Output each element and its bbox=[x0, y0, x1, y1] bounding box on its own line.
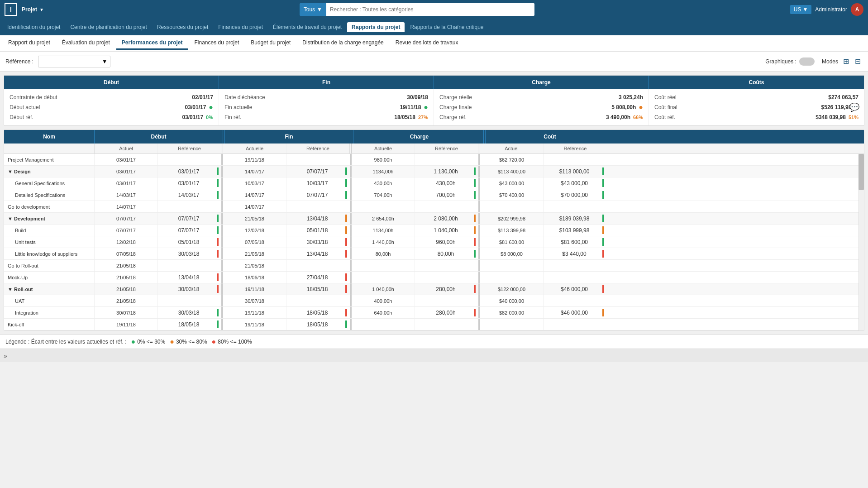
table-row[interactable]: ▼ Development 07/07/17 07/07/17 21/05/18… bbox=[4, 213, 864, 225]
tab-distribution[interactable]: Distribution de la charge engagée bbox=[297, 37, 389, 50]
toolbar: Référence : ▼ Graphiques : Modes ⊞ ⊟ bbox=[0, 52, 868, 72]
bar-cout bbox=[602, 250, 604, 258]
search-input[interactable] bbox=[326, 3, 534, 16]
summary-header-debut: Début bbox=[4, 76, 219, 89]
top-bar: I Projet ▼ Tous ▼ US ▼ Administrator A bbox=[0, 0, 868, 19]
table-row[interactable]: ▼ Roll-out 21/05/18 30/03/18 19/11/18 18… bbox=[4, 283, 864, 295]
table-row[interactable]: Build 07/07/17 07/07/17 12/02/18 05/01/1… bbox=[4, 225, 864, 236]
scroll-thumb[interactable] bbox=[858, 154, 864, 190]
summary-row-cout-reel: Coût réel $274 063,57 bbox=[654, 93, 858, 102]
nav-item-elements[interactable]: Éléments de travail du projet bbox=[268, 22, 346, 32]
main-nav: Identification du projet Centre de plani… bbox=[0, 19, 868, 35]
nav-item-planification[interactable]: Centre de planification du projet bbox=[66, 22, 151, 32]
badge-charge-finale: ● bbox=[639, 103, 643, 111]
legend-green: ● 0% <= 30% bbox=[131, 338, 165, 346]
row-cout-ref-cell: $70 000,00 bbox=[544, 189, 607, 201]
graphiques-toggle[interactable] bbox=[799, 57, 815, 66]
table-row[interactable]: General Specifications 03/01/17 03/01/17… bbox=[4, 177, 864, 189]
tab-finances[interactable]: Finances du projet bbox=[189, 37, 245, 50]
row-cout-actuel: $82 000,00 bbox=[480, 307, 544, 318]
scroll-track[interactable] bbox=[858, 154, 864, 330]
row-debut-actuel: 14/07/17 bbox=[95, 201, 158, 212]
bar-debut bbox=[217, 238, 219, 246]
label-debut-actuel: Début actuel bbox=[10, 104, 40, 110]
mode-grid-icon[interactable]: ⊞ bbox=[841, 57, 851, 67]
graphiques-toggle-wrap: Graphiques : bbox=[765, 57, 815, 66]
row-charge-ref-cell: 430,00h bbox=[415, 177, 478, 189]
summary-row-debut-actuel: Début actuel 03/01/17 ● bbox=[10, 102, 213, 113]
val-echeance: 30/09/18 bbox=[407, 94, 428, 100]
nav-item-chaine[interactable]: Rapports de la Chaîne critique bbox=[405, 22, 488, 32]
row-debut-actuel: 07/05/18 bbox=[95, 248, 158, 259]
locale-button[interactable]: US ▼ bbox=[790, 5, 812, 14]
bar-fin bbox=[345, 262, 347, 269]
table-row[interactable]: Detailed Specifications 14/03/17 14/03/1… bbox=[4, 189, 864, 201]
val-debut-ref: 03/01/17 0% bbox=[182, 114, 213, 120]
bar-cout bbox=[602, 215, 604, 222]
mode-split-icon[interactable]: ⊟ bbox=[853, 57, 863, 67]
table-row[interactable]: Integration 30/07/18 30/03/18 19/11/18 1… bbox=[4, 307, 864, 319]
nav-item-finances[interactable]: Finances du projet bbox=[214, 22, 267, 32]
bar-debut bbox=[217, 309, 219, 316]
row-charge-actuelle: 640,00h bbox=[352, 307, 415, 318]
bar-fin bbox=[345, 285, 347, 293]
chat-icon[interactable]: 💬 bbox=[849, 102, 859, 112]
row-charge-actuelle bbox=[352, 260, 415, 271]
ref-dropdown[interactable]: ▼ bbox=[38, 56, 110, 67]
row-cout-ref-cell bbox=[544, 295, 607, 306]
summary-row-echeance: Date d'échéance 30/09/18 bbox=[224, 93, 428, 102]
bar-cout bbox=[602, 203, 604, 211]
table-row[interactable]: ▼ Design 03/01/17 03/01/17 14/07/17 07/0… bbox=[4, 166, 864, 177]
chevron-down-icon[interactable]: ▼ bbox=[39, 7, 44, 12]
bar-cout bbox=[602, 226, 604, 234]
table-row[interactable]: Kick-off 19/11/18 18/05/18 19/11/18 18/0… bbox=[4, 319, 864, 330]
search-category-label: Tous bbox=[304, 6, 315, 13]
table-row[interactable]: Go to Roll-out 21/05/18 21/05/18 bbox=[4, 260, 864, 272]
table-row[interactable]: Unit tests 12/02/18 05/01/18 07/05/18 30… bbox=[4, 236, 864, 248]
tab-performances[interactable]: Performances du projet bbox=[116, 37, 188, 50]
row-fin-actuelle: 18/06/18 bbox=[223, 272, 286, 283]
row-charge-actuelle: 1134,00h bbox=[352, 225, 415, 236]
row-fin-ref-cell: 05/01/18 bbox=[286, 225, 350, 236]
bar-fin bbox=[345, 309, 347, 316]
nav-item-rapports[interactable]: Rapports du projet bbox=[347, 22, 405, 32]
bar-debut bbox=[217, 297, 219, 305]
summary-row-charge-reelle: Charge réelle 3 025,24h bbox=[439, 93, 643, 102]
row-debut-ref-cell: 03/01/17 bbox=[158, 177, 221, 189]
row-debut-actuel: 03/01/17 bbox=[95, 166, 158, 177]
tab-revue[interactable]: Revue des lots de travaux bbox=[390, 37, 464, 50]
bar-debut bbox=[217, 262, 219, 269]
row-cout-actuel: $40 000,00 bbox=[480, 295, 544, 306]
row-charge-ref-cell: 1 040,00h bbox=[415, 225, 478, 236]
row-fin-ref-cell bbox=[286, 295, 350, 306]
tab-rapport-projet[interactable]: Rapport du projet bbox=[3, 37, 56, 50]
row-cout-ref-cell bbox=[544, 201, 607, 212]
bar-cout bbox=[602, 321, 604, 328]
table-row[interactable]: Little knowledge of suppliers 07/05/18 3… bbox=[4, 248, 864, 260]
row-fin-actuelle: 07/05/18 bbox=[223, 236, 286, 248]
row-cout-actuel bbox=[480, 319, 544, 330]
row-debut-actuel: 03/01/17 bbox=[95, 154, 158, 165]
table-row[interactable]: UAT 21/05/18 30/07/18 400,00h $40 000,00 bbox=[4, 295, 864, 307]
expand-icon[interactable]: » bbox=[4, 352, 7, 359]
summary-header-charge: Charge bbox=[434, 76, 649, 89]
row-debut-ref-cell: 30/03/18 bbox=[158, 307, 221, 318]
row-cout-actuel: $43 000,00 bbox=[480, 177, 544, 189]
table-row[interactable]: Go to development 14/07/17 14/07/17 bbox=[4, 201, 864, 213]
summary-row-charge-finale: Charge finale 5 808,00h ● bbox=[439, 102, 643, 113]
row-charge-actuelle bbox=[352, 201, 415, 212]
row-fin-actuelle: 19/11/18 bbox=[223, 319, 286, 330]
legend-orange-text: 30% <= 80% bbox=[176, 339, 207, 345]
table-row[interactable]: Project Management 03/01/17 19/11/18 980… bbox=[4, 154, 864, 166]
tab-evaluation[interactable]: Évaluation du projet bbox=[57, 37, 115, 50]
row-cout-actuel: $81 600,00 bbox=[480, 236, 544, 248]
row-debut-ref-cell bbox=[158, 201, 221, 212]
tab-budget[interactable]: Budget du projet bbox=[245, 37, 296, 50]
table-row[interactable]: Mock-Up 21/05/18 13/04/18 18/06/18 27/04… bbox=[4, 272, 864, 283]
nav-item-identification[interactable]: Identification du projet bbox=[3, 22, 65, 32]
bar-cout bbox=[602, 285, 604, 293]
row-debut-ref-cell: 30/03/18 bbox=[158, 283, 221, 295]
row-fin-ref-cell: 07/07/17 bbox=[286, 166, 350, 177]
nav-item-ressources[interactable]: Ressources du projet bbox=[153, 22, 213, 32]
search-category-dropdown[interactable]: Tous ▼ bbox=[300, 3, 326, 16]
